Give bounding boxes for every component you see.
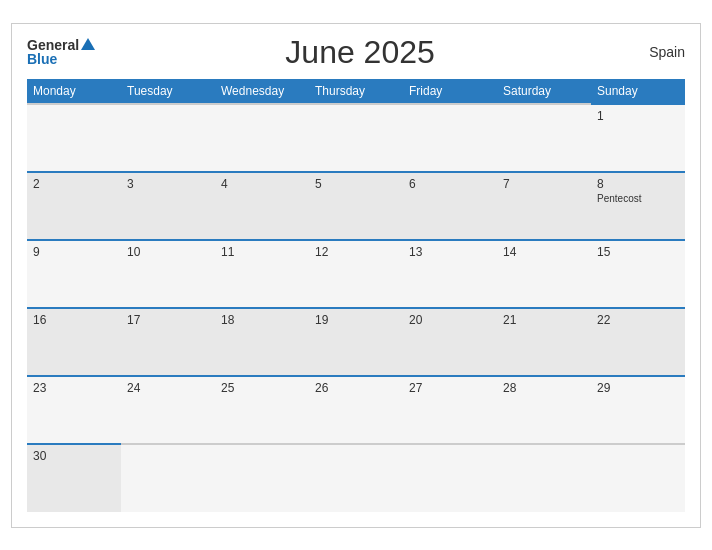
week-row-1: 1 xyxy=(27,104,685,172)
day-number: 7 xyxy=(503,177,585,191)
day-cell: 27 xyxy=(403,376,497,444)
day-number: 10 xyxy=(127,245,209,259)
day-number: 16 xyxy=(33,313,115,327)
day-cell: 19 xyxy=(309,308,403,376)
day-number: 5 xyxy=(315,177,397,191)
day-number: 27 xyxy=(409,381,491,395)
day-cell: 30 xyxy=(27,444,121,512)
day-cell xyxy=(403,104,497,172)
week-row-2: 2345678Pentecost xyxy=(27,172,685,240)
day-cell: 26 xyxy=(309,376,403,444)
day-cell: 22 xyxy=(591,308,685,376)
day-number: 25 xyxy=(221,381,303,395)
header-sunday: Sunday xyxy=(591,79,685,104)
day-cell xyxy=(591,444,685,512)
day-number: 2 xyxy=(33,177,115,191)
day-cell: 5 xyxy=(309,172,403,240)
day-cell: 13 xyxy=(403,240,497,308)
day-number: 4 xyxy=(221,177,303,191)
day-number: 24 xyxy=(127,381,209,395)
header-friday: Friday xyxy=(403,79,497,104)
day-cell xyxy=(403,444,497,512)
day-cell: 25 xyxy=(215,376,309,444)
day-cell: 15 xyxy=(591,240,685,308)
day-number: 6 xyxy=(409,177,491,191)
day-number: 23 xyxy=(33,381,115,395)
day-number: 22 xyxy=(597,313,679,327)
day-cell: 10 xyxy=(121,240,215,308)
header-thursday: Thursday xyxy=(309,79,403,104)
day-number: 13 xyxy=(409,245,491,259)
day-number: 26 xyxy=(315,381,397,395)
day-number: 30 xyxy=(33,449,115,463)
week-row-3: 9101112131415 xyxy=(27,240,685,308)
day-number: 17 xyxy=(127,313,209,327)
day-number: 8 xyxy=(597,177,679,191)
country-label: Spain xyxy=(625,44,685,60)
logo-triangle-icon xyxy=(81,38,95,50)
day-cell xyxy=(309,104,403,172)
week-row-6: 30 xyxy=(27,444,685,512)
event-label: Pentecost xyxy=(597,193,679,204)
day-cell: 1 xyxy=(591,104,685,172)
day-cell: 8Pentecost xyxy=(591,172,685,240)
month-title: June 2025 xyxy=(95,34,625,71)
day-number: 21 xyxy=(503,313,585,327)
day-cell xyxy=(309,444,403,512)
day-cell: 16 xyxy=(27,308,121,376)
logo-general-text: General xyxy=(27,38,95,52)
day-number: 15 xyxy=(597,245,679,259)
calendar-wrapper: General Blue June 2025 Spain Monday Tues… xyxy=(11,23,701,528)
day-cell: 14 xyxy=(497,240,591,308)
day-number: 29 xyxy=(597,381,679,395)
day-cell: 2 xyxy=(27,172,121,240)
day-cell: 28 xyxy=(497,376,591,444)
calendar-header: General Blue June 2025 Spain xyxy=(27,34,685,71)
header-wednesday: Wednesday xyxy=(215,79,309,104)
day-cell: 7 xyxy=(497,172,591,240)
day-cell xyxy=(215,444,309,512)
day-cell: 29 xyxy=(591,376,685,444)
day-cell xyxy=(497,104,591,172)
day-number: 11 xyxy=(221,245,303,259)
day-cell: 18 xyxy=(215,308,309,376)
day-cell xyxy=(27,104,121,172)
day-cell: 21 xyxy=(497,308,591,376)
day-cell xyxy=(121,104,215,172)
day-cell: 11 xyxy=(215,240,309,308)
day-number: 14 xyxy=(503,245,585,259)
weekday-header-row: Monday Tuesday Wednesday Thursday Friday… xyxy=(27,79,685,104)
day-cell: 3 xyxy=(121,172,215,240)
header-monday: Monday xyxy=(27,79,121,104)
day-number: 9 xyxy=(33,245,115,259)
day-cell: 9 xyxy=(27,240,121,308)
calendar-table: Monday Tuesday Wednesday Thursday Friday… xyxy=(27,79,685,512)
header-tuesday: Tuesday xyxy=(121,79,215,104)
header-saturday: Saturday xyxy=(497,79,591,104)
day-number: 18 xyxy=(221,313,303,327)
day-number: 19 xyxy=(315,313,397,327)
day-cell: 17 xyxy=(121,308,215,376)
day-cell: 12 xyxy=(309,240,403,308)
logo: General Blue xyxy=(27,38,95,66)
day-cell xyxy=(215,104,309,172)
day-cell: 4 xyxy=(215,172,309,240)
logo-blue-text: Blue xyxy=(27,52,57,66)
day-number: 20 xyxy=(409,313,491,327)
day-cell: 23 xyxy=(27,376,121,444)
day-number: 1 xyxy=(597,109,679,123)
week-row-5: 23242526272829 xyxy=(27,376,685,444)
week-row-4: 16171819202122 xyxy=(27,308,685,376)
day-cell: 20 xyxy=(403,308,497,376)
day-number: 28 xyxy=(503,381,585,395)
day-number: 3 xyxy=(127,177,209,191)
day-cell: 24 xyxy=(121,376,215,444)
day-number: 12 xyxy=(315,245,397,259)
day-cell xyxy=(121,444,215,512)
day-cell: 6 xyxy=(403,172,497,240)
day-cell xyxy=(497,444,591,512)
